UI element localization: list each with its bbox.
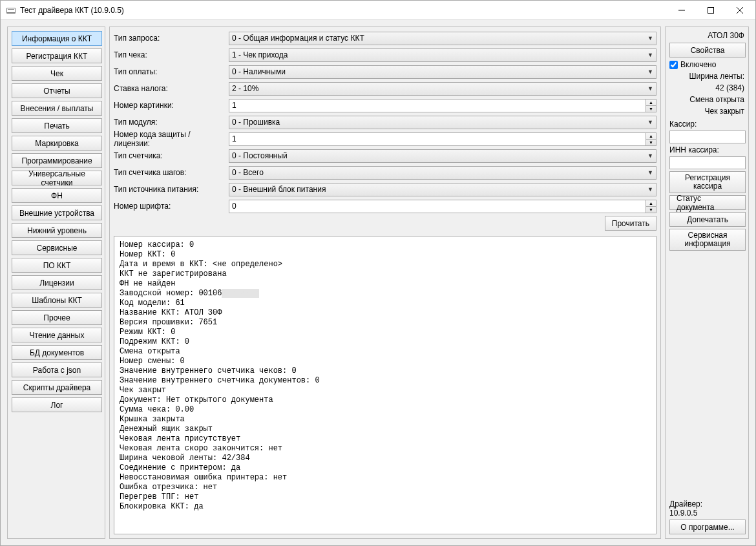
form-spinner-input-10[interactable] — [229, 200, 646, 213]
output-line-25: Ошибка отрезчика: нет — [120, 483, 651, 492]
driver-label: Драйвер: — [669, 499, 744, 509]
register-cashier-button[interactable]: Регистрация кассира — [669, 171, 746, 193]
spinner-buttons-4[interactable]: ▲▼ — [646, 99, 656, 112]
sidebar-item-8[interactable]: Универсальные счетчики — [12, 171, 102, 185]
output-line-24: Невосстановимая ошибка принтера: нет — [120, 473, 651, 483]
form-select-2[interactable]: 0 - Наличными▼ — [229, 65, 656, 79]
sidebar-item-15[interactable]: Шаблоны ККТ — [12, 293, 102, 308]
form-select-1[interactable]: 1 - Чек прихода▼ — [229, 48, 656, 62]
output-line-4: ФН не найден — [120, 279, 651, 289]
output-line-2: Дата и время в ККТ: <не определено> — [120, 260, 651, 269]
chevron-up-icon[interactable]: ▲ — [646, 200, 656, 207]
sidebar-item-12[interactable]: Сервисные — [12, 240, 102, 255]
form-select-value-9: 0 - Внешний блок питания — [232, 185, 326, 194]
form-select-8[interactable]: 0 - Всего▼ — [229, 166, 656, 180]
read-button[interactable]: Прочитать — [605, 216, 656, 231]
close-button[interactable] — [725, 1, 754, 20]
sidebar-item-1[interactable]: Регистрация ККТ — [12, 48, 102, 63]
spinner-buttons-6[interactable]: ▲▼ — [646, 132, 656, 146]
form-spinner-4[interactable]: ▲▼ — [229, 99, 656, 112]
chevron-up-icon[interactable]: ▲ — [646, 100, 656, 106]
form-spinner-input-4[interactable] — [229, 99, 646, 112]
sidebar-item-3[interactable]: Отчеты — [12, 83, 102, 98]
properties-button[interactable]: Свойства — [669, 43, 746, 58]
output-line-19: Денежный ящик закрыт — [120, 425, 651, 434]
form-row-3: Ставка налога:2 - 10%▼ — [114, 81, 656, 96]
output-line-11: Смена открыта — [120, 347, 651, 357]
doc-status-button[interactable]: Статус документа — [669, 195, 746, 210]
sidebar-item-0[interactable]: Информация о ККТ — [12, 31, 102, 46]
chevron-down-icon: ▼ — [647, 152, 653, 159]
form-row-7: Тип счетчика:0 - Постоянный▼ — [114, 149, 656, 163]
output-line-20: Чековая лента присутствует — [120, 434, 651, 444]
output-line-27: Блокировка ККТ: да — [120, 502, 651, 512]
chevron-up-icon[interactable]: ▲ — [646, 133, 656, 140]
form-select-value-5: 0 - Прошивка — [232, 118, 280, 127]
form-row-2: Тип оплаты:0 - Наличными▼ — [114, 65, 656, 79]
form-select-5[interactable]: 0 - Прошивка▼ — [229, 116, 656, 129]
sidebar-item-6[interactable]: Маркировка — [12, 136, 102, 151]
form-label-3: Ставка налога: — [114, 84, 224, 93]
reprint-button[interactable]: Допечатать — [669, 212, 746, 227]
shift-status: Смена открыта — [669, 95, 744, 104]
output-line-18: Крышка закрыта — [120, 415, 651, 425]
chevron-down-icon: ▼ — [647, 35, 653, 41]
service-info-button[interactable]: Сервисная информация — [669, 229, 746, 251]
chevron-down-icon[interactable]: ▼ — [646, 106, 656, 112]
sidebar-item-13[interactable]: ПО ККТ — [12, 258, 102, 273]
maximize-button[interactable] — [696, 1, 725, 20]
sidebar-item-7[interactable]: Программирование — [12, 153, 102, 168]
output-line-3: ККТ не зарегистрирована — [120, 269, 651, 279]
tape-width-value: 42 (384) — [669, 83, 744, 92]
sidebar-item-10[interactable]: Внешние устройства — [12, 205, 102, 220]
form-spinner-input-6[interactable] — [229, 132, 646, 146]
spinner-buttons-10[interactable]: ▲▼ — [646, 200, 656, 213]
sidebar-item-21[interactable]: Лог — [12, 397, 102, 412]
form-select-9[interactable]: 0 - Внешний блок питания▼ — [229, 183, 656, 196]
sidebar-item-2[interactable]: Чек — [12, 66, 102, 81]
chevron-down-icon: ▼ — [647, 68, 653, 75]
cashier-inn-label: ИНН кассира: — [669, 145, 744, 154]
form-spinner-10[interactable]: ▲▼ — [229, 200, 656, 213]
sidebar-item-9[interactable]: ФН — [12, 188, 102, 203]
cashier-label: Кассир: — [669, 120, 744, 129]
sidebar-item-20[interactable]: Скрипты драйвера — [12, 380, 102, 395]
chevron-down-icon[interactable]: ▼ — [646, 207, 656, 213]
output-textarea[interactable]: Номер кассира: 0Номер ККТ: 0Дата и время… — [114, 236, 656, 534]
enabled-checkbox[interactable]: Включено — [669, 60, 744, 69]
minimize-button[interactable] — [667, 1, 696, 20]
about-button[interactable]: О программе... — [669, 520, 746, 534]
app-icon — [6, 5, 16, 16]
sidebar-item-16[interactable]: Прочее — [12, 310, 102, 325]
sidebar-item-18[interactable]: БД документов — [12, 345, 102, 360]
output-line-5: Заводской номер: 00106XXXXXXXX — [120, 289, 651, 299]
sidebar-item-11[interactable]: Нижний уровень — [12, 223, 102, 238]
enabled-checkbox-input[interactable] — [669, 61, 678, 69]
form-label-7: Тип счетчика: — [114, 151, 224, 160]
output-line-8: Версия прошивки: 7651 — [120, 318, 651, 328]
sidebar-item-14[interactable]: Лицензии — [12, 275, 102, 290]
form-select-0[interactable]: 0 - Общая информация и статус ККТ▼ — [229, 32, 656, 45]
sidebar-item-19[interactable]: Работа с json — [12, 362, 102, 377]
form-row-1: Тип чека:1 - Чек прихода▼ — [114, 48, 656, 62]
form-select-3[interactable]: 2 - 10%▼ — [229, 82, 656, 96]
chevron-down-icon: ▼ — [647, 85, 653, 92]
form-row-0: Тип запроса:0 - Общая информация и стату… — [114, 31, 656, 45]
form-select-7[interactable]: 0 - Постоянный▼ — [229, 149, 656, 163]
form-label-9: Тип источника питания: — [114, 185, 224, 194]
sidebar-item-4[interactable]: Внесения / выплаты — [12, 101, 102, 116]
form-row-4: Номер картинки:▲▼ — [114, 98, 656, 112]
output-line-14: Значение внутреннего счетчика документов… — [120, 376, 651, 386]
form-select-value-1: 1 - Чек прихода — [232, 50, 288, 59]
sidebar-item-5[interactable]: Печать — [12, 118, 102, 133]
output-line-16: Документ: Нет открытого документа — [120, 395, 651, 405]
center-panel: Тип запроса:0 - Общая информация и стату… — [109, 26, 661, 539]
cashier-inn-input[interactable] — [669, 156, 746, 169]
sidebar-item-17[interactable]: Чтение данных — [12, 328, 102, 342]
cashier-input[interactable] — [669, 131, 746, 143]
output-line-10: Подрежим ККТ: 0 — [120, 337, 651, 347]
output-line-7: Название ККТ: АТОЛ 30Ф — [120, 308, 651, 318]
chevron-down-icon[interactable]: ▼ — [646, 140, 656, 145]
output-line-17: Сумма чека: 0.00 — [120, 405, 651, 415]
form-spinner-6[interactable]: ▲▼ — [229, 132, 656, 146]
